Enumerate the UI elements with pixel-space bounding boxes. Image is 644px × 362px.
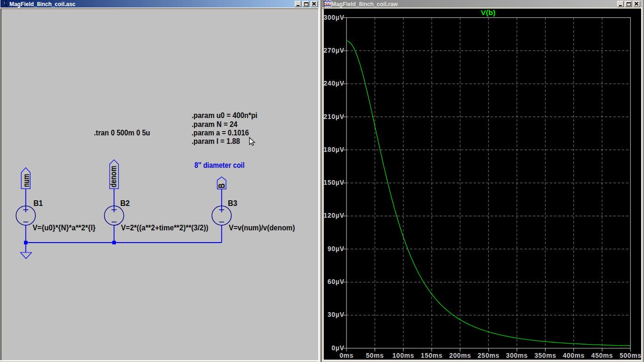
svg-text:210µV: 210µV <box>323 113 344 120</box>
svg-text:.param a = 0.1016: .param a = 0.1016 <box>192 128 249 137</box>
svg-text:450ms: 450ms <box>591 352 613 359</box>
svg-text:V=v(num)/v(denom): V=v(num)/v(denom) <box>229 223 295 232</box>
svg-text:300µV: 300µV <box>323 14 344 21</box>
svg-text:200ms: 200ms <box>449 352 471 359</box>
svg-text:B3: B3 <box>228 198 237 207</box>
svg-text:B1: B1 <box>33 198 43 207</box>
svg-text:100ms: 100ms <box>393 352 414 359</box>
svg-text:B: B <box>217 183 226 188</box>
svg-text:500ms: 500ms <box>620 352 641 359</box>
svg-text:150µV: 150µV <box>323 179 344 186</box>
svg-text:150ms: 150ms <box>421 352 443 359</box>
svg-text:0ms: 0ms <box>339 352 354 359</box>
svg-text:270µV: 270µV <box>323 47 344 54</box>
svg-text:60µV: 60µV <box>328 278 345 285</box>
svg-text:350ms: 350ms <box>534 352 556 359</box>
svg-text:.tran 0 500m 0 5u: .tran 0 500m 0 5u <box>94 128 150 137</box>
svg-text:180µV: 180µV <box>323 146 344 153</box>
svg-text:.param u0 = 400n*pi: .param u0 = 400n*pi <box>192 111 258 120</box>
svg-text:50ms: 50ms <box>366 352 384 359</box>
svg-text:.param I = 1.88: .param I = 1.88 <box>192 137 240 145</box>
svg-text:90µV: 90µV <box>328 245 345 252</box>
svg-text:num: num <box>21 174 31 187</box>
svg-text:250ms: 250ms <box>478 352 499 359</box>
svg-text:denom: denom <box>108 166 119 188</box>
svg-text:240µV: 240µV <box>323 79 344 87</box>
svg-text:30µV: 30µV <box>328 311 345 318</box>
svg-text:.param N = 24: .param N = 24 <box>192 120 238 128</box>
svg-text:120µV: 120µV <box>323 212 344 219</box>
svg-text:V(b): V(b) <box>481 8 495 16</box>
svg-text:300ms: 300ms <box>506 352 528 359</box>
svg-text:V={u0}*{N}*a**2*{I}: V={u0}*{N}*a**2*{I} <box>32 223 96 232</box>
svg-text:400ms: 400ms <box>563 352 584 359</box>
svg-text:B2: B2 <box>120 198 129 207</box>
svg-text:0µV: 0µV <box>331 344 344 352</box>
svg-text:8'' diameter coil: 8'' diameter coil <box>194 161 245 169</box>
svg-text:V=2*((a**2+time**2)**(3/2)): V=2*((a**2+time**2)**(3/2)) <box>121 223 209 232</box>
